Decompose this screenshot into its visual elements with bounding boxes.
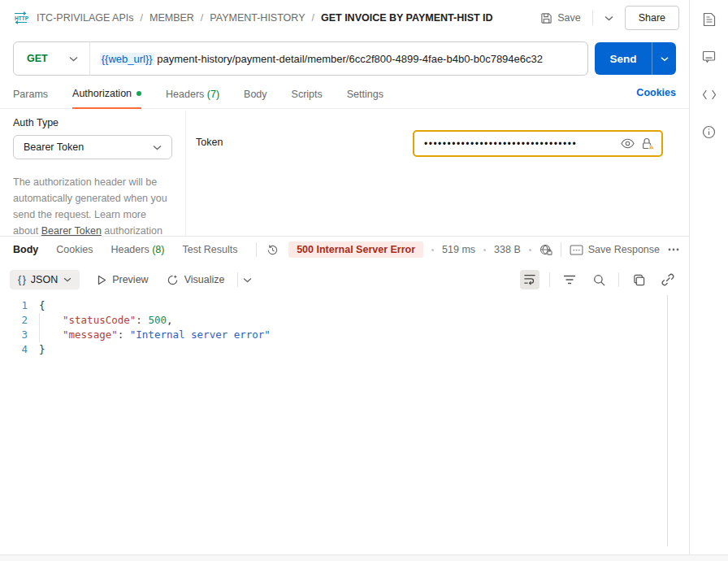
code-token: { [39, 298, 46, 313]
divider [561, 242, 561, 257]
format-chevron-down-icon [63, 277, 72, 282]
response-size[interactable]: 338 B [494, 244, 521, 255]
more-options-icon[interactable] [668, 248, 679, 251]
code-line: 4 } [0, 342, 689, 357]
viewer-options-chevron-down-icon[interactable] [238, 274, 257, 286]
breadcrumb-current-request: GET INVOICE BY PAYMENT-HIST ID [321, 12, 493, 24]
response-history-icon[interactable] [266, 244, 279, 256]
auth-type-label: Auth Type [13, 117, 172, 128]
format-select[interactable]: { } JSON [10, 270, 80, 289]
code-line: 3 "message": "Internal server error" [0, 328, 689, 342]
code-token: } [39, 342, 46, 357]
auth-type-select[interactable]: Bearer Token [13, 135, 172, 159]
breadcrumb: HTTP ITC-PRIVILAGE APIs / MEMBER / PAYME… [13, 11, 493, 24]
viewer-tools [520, 270, 678, 289]
method-selector[interactable]: GET [14, 53, 89, 64]
response-tab-cookies[interactable]: Cookies [56, 244, 93, 255]
dot-separator [529, 249, 531, 251]
filter-icon[interactable] [560, 270, 579, 289]
auth-type-chevron-down-icon [153, 145, 162, 150]
wrap-text-icon[interactable] [520, 270, 540, 289]
share-button[interactable]: Share [625, 6, 679, 30]
request-topbar: HTTP ITC-PRIVILAGE APIs / MEMBER / PAYME… [0, 0, 689, 36]
tab-headers[interactable]: Headers (7) [166, 89, 219, 108]
documentation-icon[interactable] [701, 11, 717, 28]
app-root: HTTP ITC-PRIVILAGE APIs / MEMBER / PAYME… [0, 0, 728, 554]
network-info-icon[interactable] [540, 244, 552, 256]
code-token: 500 [148, 313, 167, 328]
tab-scripts[interactable]: Scripts [292, 89, 323, 108]
request-tabs: Params Authorization Headers (7) Body Sc… [0, 81, 689, 109]
visualize-button[interactable]: Visualize [167, 274, 225, 286]
search-icon[interactable] [589, 270, 609, 289]
auth-description: The authorization header will be automat… [13, 174, 174, 236]
token-masked-value[interactable]: ••••••••••••••••••••••••••••••••• [424, 138, 614, 150]
response-headers-count: (8) [152, 244, 164, 255]
indent-guide [39, 313, 63, 328]
response-body-editor[interactable]: 1 { 2 "statusCode": 500, 3 "message": "I… [0, 294, 689, 554]
right-sidebar [689, 0, 728, 554]
tab-params[interactable]: Params [13, 89, 48, 108]
token-input[interactable]: ••••••••••••••••••••••••••••••••• [413, 130, 663, 157]
dot-separator [431, 249, 434, 251]
response-panel: Body Cookies Headers (8) Test Results 50… [0, 236, 689, 554]
tab-settings[interactable]: Settings [347, 89, 384, 108]
method-chevron-down-icon [69, 56, 78, 62]
save-button[interactable]: Save [535, 9, 586, 28]
topbar-actions: Save Share [535, 6, 679, 30]
breadcrumb-item[interactable]: MEMBER [150, 12, 194, 24]
comments-icon[interactable] [701, 49, 717, 65]
save-icon [540, 12, 552, 24]
bearer-token-docs-link[interactable]: Bearer Token [41, 225, 102, 236]
http-request-icon: HTTP [13, 11, 28, 24]
send-button[interactable]: Send [595, 42, 676, 75]
divider [618, 272, 619, 287]
send-options-chevron-down-icon[interactable] [652, 42, 676, 75]
indent-guide [39, 328, 63, 342]
save-response-button[interactable]: Save Response [570, 244, 660, 255]
link-icon[interactable] [658, 270, 678, 289]
divider [256, 242, 257, 257]
auth-type-column: Auth Type Bearer Token The authorization… [0, 109, 185, 236]
breadcrumb-item[interactable]: PAYMENT-HISTORY [210, 12, 305, 24]
cookies-link[interactable]: Cookies [636, 87, 676, 103]
preview-label: Preview [112, 274, 148, 285]
editor-scrollbar[interactable] [667, 295, 668, 546]
save-response-icon [570, 245, 583, 255]
breadcrumb-separator: / [311, 12, 314, 24]
code-token: : [136, 313, 148, 328]
breadcrumb-separator: / [140, 12, 142, 24]
preview-button[interactable]: Preview [98, 274, 148, 285]
url-environment-variable[interactable]: {{web_url}} [100, 53, 154, 65]
code-snippet-icon[interactable] [701, 86, 717, 102]
code-token: "Internal server error" [130, 328, 271, 342]
tab-body[interactable]: Body [244, 89, 267, 108]
headers-count: (7) [207, 89, 219, 100]
info-icon[interactable] [701, 124, 717, 140]
response-time[interactable]: 519 ms [442, 244, 475, 255]
response-header: Body Cookies Headers (8) Test Results 50… [0, 237, 689, 263]
code-line: 2 "statusCode": 500, [0, 313, 689, 328]
authorization-panel: Auth Type Bearer Token The authorization… [0, 109, 689, 236]
code-token: "message" [63, 328, 118, 342]
status-badge[interactable]: 500 Internal Server Error [288, 241, 423, 258]
method-label: GET [27, 53, 48, 64]
eye-show-token-icon[interactable] [621, 138, 635, 149]
breadcrumb-separator: / [201, 12, 203, 24]
tab-authorization[interactable]: Authorization [72, 88, 141, 109]
divider [549, 272, 550, 287]
url-input[interactable]: {{web_url}} payment-history/payment-deta… [90, 53, 552, 65]
save-options-chevron-down-icon[interactable] [600, 12, 618, 24]
response-tab-body[interactable]: Body [13, 244, 38, 255]
magic-wand-icon [167, 274, 179, 286]
copy-icon[interactable] [629, 270, 648, 289]
response-tab-test-results[interactable]: Test Results [182, 244, 237, 255]
dot-separator [483, 249, 486, 251]
send-button-label[interactable]: Send [595, 42, 652, 75]
lock-warning-icon[interactable] [641, 137, 655, 150]
breadcrumb-item[interactable]: ITC-PRIVILAGE APIs [37, 12, 133, 24]
response-tab-headers[interactable]: Headers (8) [110, 244, 164, 255]
code-token: "statusCode" [63, 313, 136, 328]
save-button-label: Save [557, 12, 581, 24]
main-panel: HTTP ITC-PRIVILAGE APIs / MEMBER / PAYME… [0, 0, 689, 554]
